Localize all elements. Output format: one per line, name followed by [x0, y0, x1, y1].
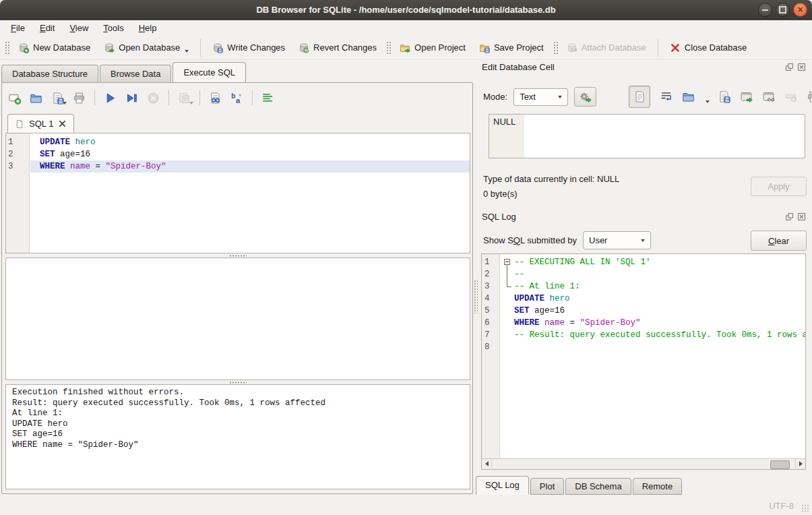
- toolbar-drag-handle[interactable]: [553, 40, 558, 55]
- fold-margin[interactable]: [502, 341, 514, 353]
- export-data-icon[interactable]: [718, 90, 730, 103]
- save-sql-file-icon[interactable]: [50, 90, 65, 106]
- float-panel-icon[interactable]: [785, 212, 794, 221]
- fold-margin[interactable]: [502, 317, 514, 329]
- log-code: -- Result: query executed successfully. …: [514, 329, 805, 341]
- text-mode-icon[interactable]: [633, 90, 646, 103]
- toolbar-button-new-database[interactable]: New Database: [11, 38, 97, 57]
- main-tabs: Database StructureBrowse DataExecute SQL: [1, 63, 247, 82]
- chevron-down-icon: [641, 239, 645, 244]
- sql-tab-bar: SQL 1: [7, 114, 74, 133]
- open-sql-file-icon[interactable]: [28, 90, 44, 106]
- fold-margin[interactable]: [502, 293, 514, 305]
- toolbar-button-close-database[interactable]: Close Database: [663, 38, 754, 57]
- apply-button[interactable]: Apply: [751, 177, 807, 196]
- close-button-icon[interactable]: ×: [793, 3, 807, 17]
- log-code: -- EXECUTING ALL IN 'SQL 1': [514, 256, 805, 268]
- pressed-icon-frame[interactable]: [629, 86, 650, 108]
- tab-execute-sql[interactable]: Execute SQL: [173, 62, 246, 82]
- toolbar-button-label: Attach Database: [582, 42, 646, 53]
- find-icon[interactable]: [208, 90, 223, 106]
- dock-tab-db-schema[interactable]: DB Schema: [565, 478, 631, 495]
- new-sql-tab-icon[interactable]: [7, 90, 22, 106]
- log-code: WHERE name = "Spider-Boy": [514, 317, 805, 329]
- fold-margin[interactable]: [502, 268, 514, 280]
- sql-editor[interactable]: 1UPDATE hero2SET age=163WHERE name = "Sp…: [5, 133, 470, 253]
- dropdown-arrow-icon: [704, 89, 708, 104]
- menu-file[interactable]: File: [3, 21, 32, 35]
- menu-help[interactable]: Help: [131, 21, 164, 35]
- toolbar-button-attach-database[interactable]: Attach Database: [560, 38, 653, 57]
- menu-view[interactable]: View: [62, 21, 96, 35]
- auto-mode-icon: [579, 90, 592, 103]
- cell-mode-row: Mode: Text: [483, 88, 596, 106]
- print-icon[interactable]: [71, 90, 87, 106]
- word-wrap-icon[interactable]: [660, 90, 673, 103]
- toolbar-drag-handle[interactable]: [4, 40, 9, 55]
- open-external-icon[interactable]: [740, 90, 753, 103]
- resize-grip[interactable]: [801, 504, 810, 513]
- close-panel-icon[interactable]: [797, 212, 806, 221]
- execute-all-icon[interactable]: [102, 90, 118, 106]
- dock-tab-sql-log[interactable]: SQL Log: [476, 476, 529, 495]
- titlebar[interactable]: DB Browser for SQLite - /home/user/code/…: [0, 0, 812, 20]
- float-panel-icon[interactable]: [785, 63, 794, 71]
- fold-margin[interactable]: [502, 280, 514, 293]
- scroll-right-icon[interactable]: [795, 459, 805, 468]
- close-tab-icon[interactable]: [58, 119, 67, 128]
- dropdown-arrow-icon[interactable]: [185, 50, 189, 55]
- print-cell-icon[interactable]: [807, 90, 812, 103]
- find-replace-icon[interactable]: ba: [229, 90, 245, 106]
- line-number: 4: [482, 293, 502, 305]
- maximize-button-icon[interactable]: [776, 3, 790, 17]
- open-project-icon: [400, 42, 410, 53]
- mode-select[interactable]: Text: [513, 88, 568, 106]
- attach-database-icon: [567, 42, 577, 53]
- execution-result-text: Execution finished without errors. Resul…: [5, 384, 470, 489]
- editor-code: SET age=16: [30, 148, 470, 160]
- tab-database-structure[interactable]: Database Structure: [1, 65, 98, 82]
- toolbar-button-open-database[interactable]: Open Database: [97, 38, 195, 57]
- cell-type-text: Type of data currently in cell: NULL: [483, 174, 619, 184]
- clear-log-button[interactable]: Clear: [751, 231, 807, 251]
- import-data-icon[interactable]: [682, 90, 695, 103]
- toolbar-button-revert-changes[interactable]: Revert Changes: [292, 38, 383, 57]
- edit-cell-title: Edit Database Cell: [482, 62, 555, 72]
- execute-line-icon[interactable]: [124, 90, 139, 106]
- format-sql-icon[interactable]: [260, 90, 276, 106]
- close-database-icon: [670, 42, 681, 53]
- toolbar-button-label: Open Database: [119, 42, 180, 53]
- copy-link-icon[interactable]: [762, 90, 775, 103]
- toolbar-button-open-project[interactable]: Open Project: [393, 38, 472, 57]
- results-grid-pane[interactable]: [5, 258, 470, 380]
- horizontal-scrollbar[interactable]: [482, 458, 805, 469]
- auto-mode-button[interactable]: [574, 87, 596, 107]
- toolbar-button-write-changes[interactable]: Write Changes: [206, 38, 292, 57]
- sql-log-view[interactable]: 1-- EXECUTING ALL IN 'SQL 1'2--3-- At li…: [481, 253, 806, 470]
- line-number: 8: [482, 341, 502, 353]
- fold-margin[interactable]: [502, 305, 514, 317]
- menu-edit[interactable]: Edit: [32, 21, 62, 35]
- minimize-button-icon[interactable]: [758, 3, 772, 17]
- set-null-icon[interactable]: [784, 90, 797, 103]
- submitter-select[interactable]: User: [583, 231, 651, 249]
- cell-content-editor[interactable]: NULL: [489, 114, 805, 158]
- scroll-left-icon[interactable]: [482, 459, 492, 468]
- dock-tab-remote[interactable]: Remote: [633, 478, 683, 495]
- menu-tools[interactable]: Tools: [96, 21, 131, 35]
- toolbar-button-label: Open Project: [414, 42, 466, 53]
- fold-margin[interactable]: [502, 329, 514, 341]
- sql-tab[interactable]: SQL 1: [7, 114, 74, 133]
- close-panel-icon[interactable]: [797, 63, 806, 71]
- fold-margin[interactable]: [502, 256, 514, 268]
- revert-changes-icon: [299, 42, 309, 53]
- tab-browse-data[interactable]: Browse Data: [100, 65, 171, 82]
- toolbar-button-save-project[interactable]: Save Project: [472, 38, 551, 57]
- panel-splitter-handle[interactable]: [474, 280, 478, 313]
- save-results-icon[interactable]: [177, 90, 192, 106]
- toolbar-drag-handle[interactable]: [385, 40, 391, 55]
- dock-tab-plot[interactable]: Plot: [530, 478, 564, 495]
- write-changes-icon: [212, 42, 223, 53]
- scrollbar-thumb[interactable]: [770, 460, 790, 469]
- stop-icon[interactable]: [146, 90, 161, 106]
